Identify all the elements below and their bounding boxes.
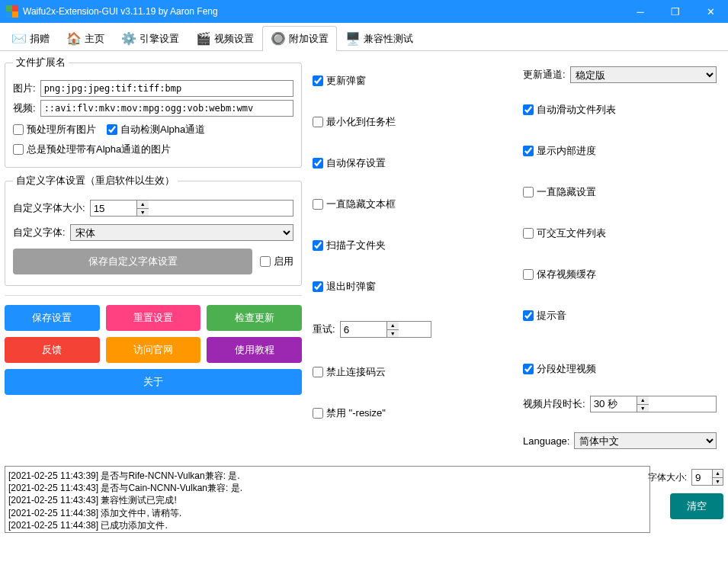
check-update-button[interactable]: 检查更新: [207, 305, 302, 331]
prompt-sound-checkbox[interactable]: [523, 310, 534, 321]
visit-site-button[interactable]: 访问官网: [106, 337, 201, 363]
tab-video[interactable]: 🎬视频设置: [188, 26, 262, 50]
auto-scroll-checkbox[interactable]: [523, 104, 534, 115]
minimize-button[interactable]: ─: [623, 0, 658, 23]
enable-font-checkbox[interactable]: [260, 256, 271, 267]
file-ext-legend: 文件扩展名: [13, 56, 69, 69]
image-ext-input[interactable]: [40, 80, 293, 97]
spin-down-icon[interactable]: ▼: [637, 405, 649, 412]
gear-icon: ⚙️: [121, 31, 136, 46]
exit-popup-checkbox[interactable]: [313, 281, 323, 292]
auto-save-checkbox[interactable]: [313, 158, 323, 168]
font-family-label: 自定义字体:: [13, 226, 66, 239]
font-family-select[interactable]: 宋体: [70, 224, 293, 241]
envelope-icon: ✉️: [11, 31, 27, 46]
interactive-filelist-checkbox[interactable]: [523, 228, 534, 239]
save-font-button[interactable]: 保存自定义字体设置: [13, 249, 252, 274]
app-icon: [6, 5, 18, 18]
tab-compat[interactable]: 🖥️兼容性测试: [337, 26, 422, 50]
hide-textbox-checkbox[interactable]: [313, 199, 323, 210]
log-font-size-spinbox[interactable]: ▲▼: [691, 469, 723, 486]
log-line: [2021-02-25 11:44:38] 已成功添加文件.: [8, 519, 646, 531]
spin-up-icon[interactable]: ▲: [713, 470, 723, 478]
feedback-button[interactable]: 反馈: [5, 337, 100, 363]
reset-settings-button[interactable]: 重置设置: [106, 305, 201, 331]
retry-label: 重试:: [313, 323, 335, 336]
spin-down-icon[interactable]: ▼: [387, 330, 399, 338]
clear-log-button[interactable]: 清空: [670, 493, 723, 519]
min-to-tray-checkbox[interactable]: [313, 117, 323, 127]
tutorial-button[interactable]: 使用教程: [207, 337, 302, 363]
language-select[interactable]: 简体中文: [574, 432, 717, 449]
file-ext-fieldset: 文件扩展名 图片: 视频: 预处理所有图片 自动检测Alpha通道 总是预处理带…: [5, 56, 302, 168]
update-channel-label: 更新通道:: [523, 68, 566, 82]
video-ext-label: 视频:: [13, 101, 36, 115]
spin-up-icon[interactable]: ▲: [137, 201, 149, 209]
font-size-label: 自定义字体大小:: [13, 201, 85, 215]
tab-donate[interactable]: ✉️捐赠: [3, 26, 58, 50]
internal-progress-checkbox[interactable]: [523, 146, 534, 156]
segment-duration-label: 视频片段时长:: [523, 397, 585, 411]
update-channel-select[interactable]: 稳定版: [570, 66, 717, 83]
log-font-size-label: 字体大小:: [648, 471, 687, 484]
tab-bar: ✉️捐赠 🏠主页 ⚙️引擎设置 🎬视频设置 🔘附加设置 🖥️兼容性测试: [0, 23, 728, 51]
block-gitee-checkbox[interactable]: [313, 367, 323, 377]
log-line: [2021-02-25 11:43:43] 是否与Cain-NCNN-Vulka…: [8, 482, 646, 494]
tab-engine[interactable]: ⚙️引擎设置: [113, 26, 188, 50]
maximize-button[interactable]: ❐: [658, 0, 693, 23]
close-button[interactable]: ✕: [693, 0, 728, 23]
segment-duration-spinbox[interactable]: ▲▼: [590, 396, 717, 412]
log-textbox[interactable]: [2021-02-25 11:43:39] 是否与Rife-NCNN-Vulka…: [5, 466, 650, 533]
log-line: [2021-02-25 11:44:38] 添加文件中, 请稍等.: [8, 507, 646, 519]
auto-alpha-checkbox[interactable]: [107, 124, 117, 135]
font-size-spinbox[interactable]: ▲▼: [90, 200, 293, 217]
tab-home[interactable]: 🏠主页: [58, 26, 113, 50]
window-title: Waifu2x-Extension-GUI v3.11.19 by Aaron …: [23, 6, 623, 17]
font-legend: 自定义字体设置（重启软件以生效）: [13, 174, 178, 188]
scan-subfolder-checkbox[interactable]: [313, 240, 323, 251]
segment-video-checkbox[interactable]: [523, 364, 534, 374]
preprocess-all-checkbox[interactable]: [13, 124, 24, 135]
video-ext-input[interactable]: [40, 100, 293, 117]
monitor-icon: 🖥️: [345, 31, 361, 46]
font-fieldset: 自定义字体设置（重启软件以生效） 自定义字体大小: ▲▼ 自定义字体: 宋体 保…: [5, 174, 302, 286]
always-alpha-checkbox[interactable]: [13, 144, 24, 155]
home-icon: 🏠: [66, 31, 82, 46]
spin-up-icon[interactable]: ▲: [387, 322, 399, 330]
cog-icon: 🔘: [271, 31, 286, 46]
save-settings-button[interactable]: 保存设置: [5, 305, 100, 331]
log-line: [2021-02-25 11:43:39] 是否与Rife-NCNN-Vulka…: [8, 470, 646, 482]
keep-video-cache-checkbox[interactable]: [523, 269, 534, 280]
about-button[interactable]: 关于: [5, 369, 302, 395]
spin-up-icon[interactable]: ▲: [637, 396, 649, 405]
always-hide-settings-checkbox[interactable]: [523, 187, 534, 197]
spin-down-icon[interactable]: ▼: [137, 209, 149, 217]
disable-resize-checkbox[interactable]: [313, 408, 323, 419]
language-label: Language:: [523, 435, 569, 447]
image-ext-label: 图片:: [13, 82, 36, 95]
retry-spinbox[interactable]: ▲▼: [340, 321, 431, 338]
clapper-icon: 🎬: [196, 31, 211, 46]
window-titlebar: Waifu2x-Extension-GUI v3.11.19 by Aaron …: [0, 0, 728, 23]
spin-down-icon[interactable]: ▼: [713, 478, 723, 486]
tab-additional[interactable]: 🔘附加设置: [262, 26, 337, 50]
update-popup-checkbox[interactable]: [313, 75, 323, 86]
log-line: [2021-02-25 11:43:43] 兼容性测试已完成!: [8, 494, 646, 506]
